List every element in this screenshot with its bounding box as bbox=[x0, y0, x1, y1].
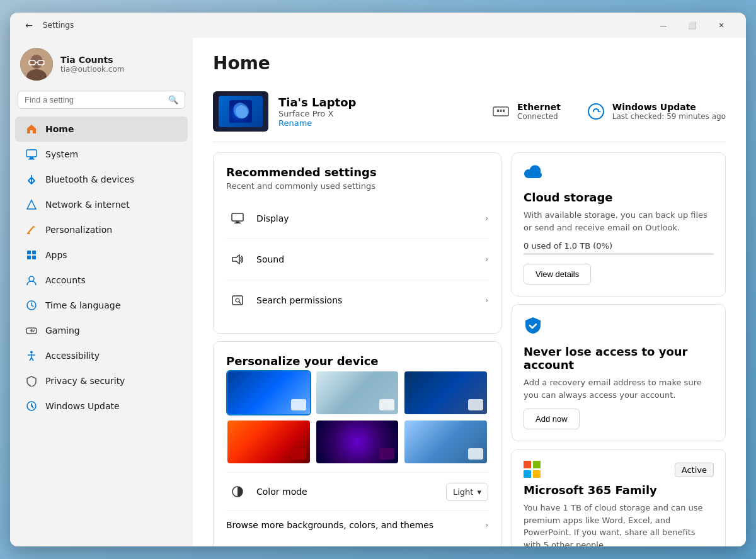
search-input[interactable] bbox=[25, 95, 163, 104]
ms-logo-blue bbox=[524, 470, 531, 478]
sidebar-item-update[interactable]: Windows Update bbox=[15, 393, 188, 419]
ms365-badge: Active bbox=[675, 463, 714, 477]
svg-marker-40 bbox=[232, 255, 239, 264]
browse-themes-label: Browse more backgrounds, colors, and the… bbox=[226, 520, 485, 530]
close-button[interactable]: ✕ bbox=[707, 15, 736, 35]
search-permissions-label: Search permissions bbox=[256, 295, 485, 305]
wallpaper-thumb-4[interactable] bbox=[226, 419, 311, 465]
sidebar-item-apps[interactable]: Apps bbox=[15, 242, 188, 268]
wallpaper-thumb-2[interactable] bbox=[315, 370, 400, 415]
svg-rect-35 bbox=[503, 110, 505, 112]
sidebar-item-home[interactable]: Home bbox=[15, 116, 188, 142]
ms-logo-green bbox=[533, 461, 541, 468]
sound-label: Sound bbox=[256, 254, 485, 264]
update-sub: Last checked: 59 minutes ago bbox=[612, 112, 726, 121]
sidebar-item-system[interactable]: System bbox=[15, 142, 188, 167]
ms-logo-red bbox=[524, 461, 531, 468]
accessibility-icon bbox=[25, 349, 38, 362]
svg-rect-33 bbox=[497, 110, 499, 112]
cloud-storage-card: Cloud storage With available storage, yo… bbox=[512, 152, 726, 296]
update-status: Windows Update Last checked: 59 minutes … bbox=[586, 101, 726, 121]
device-rename-link[interactable]: Rename bbox=[278, 118, 481, 128]
svg-line-19 bbox=[32, 305, 33, 307]
account-security-card: Never lose access to your account Add a … bbox=[512, 304, 726, 441]
sidebar-item-privacy[interactable]: Privacy & security bbox=[15, 368, 188, 393]
wallpaper-grid bbox=[226, 370, 488, 465]
svg-rect-12 bbox=[27, 251, 31, 254]
ethernet-sub: Connected bbox=[517, 112, 561, 121]
display-chevron: › bbox=[485, 214, 488, 223]
ethernet-status: Ethernet Connected bbox=[491, 101, 561, 121]
browse-themes-row[interactable]: Browse more backgrounds, colors, and the… bbox=[226, 511, 488, 539]
sidebar-item-accounts[interactable]: Accounts bbox=[15, 268, 188, 293]
personalization-icon bbox=[25, 223, 38, 236]
maximize-button[interactable]: ⬜ bbox=[678, 15, 707, 35]
svg-point-36 bbox=[588, 104, 604, 119]
sidebar-item-network[interactable]: Network & internet bbox=[15, 192, 188, 217]
svg-rect-11 bbox=[27, 233, 30, 234]
thumb-mini-4 bbox=[291, 448, 306, 460]
sidebar-item-time[interactable]: Time & language bbox=[15, 293, 188, 318]
settings-window: ← Settings — ⬜ ✕ bbox=[10, 13, 746, 546]
main-columns: Recommended settings Recent and commonly… bbox=[193, 142, 746, 546]
color-mode-select[interactable]: Light ▾ bbox=[446, 483, 488, 501]
sound-icon bbox=[226, 248, 249, 271]
windows-update-icon bbox=[586, 101, 606, 121]
svg-rect-6 bbox=[26, 150, 37, 157]
wallpaper-thumb-6[interactable] bbox=[403, 419, 488, 465]
search-box[interactable]: 🔍 bbox=[18, 91, 185, 109]
ms365-title: Microsoft 365 Family bbox=[524, 483, 714, 497]
view-details-button[interactable]: View details bbox=[524, 264, 591, 285]
sidebar-item-accessibility-label: Accessibility bbox=[45, 351, 100, 361]
display-icon bbox=[226, 207, 249, 230]
sidebar-item-bluetooth-label: Bluetooth & devices bbox=[45, 174, 134, 184]
wallpaper-thumb-1[interactable] bbox=[226, 370, 311, 415]
user-section[interactable]: Tia Counts tia@outlook.com bbox=[10, 38, 193, 88]
search-icon: 🔍 bbox=[168, 95, 178, 104]
svg-rect-13 bbox=[32, 251, 36, 254]
ms365-logo bbox=[524, 461, 541, 478]
network-icon bbox=[25, 198, 38, 211]
sound-chevron: › bbox=[485, 255, 488, 264]
update-info: Windows Update Last checked: 59 minutes … bbox=[612, 102, 726, 121]
window-controls: — ⬜ ✕ bbox=[649, 15, 736, 35]
win11-wallpaper bbox=[229, 100, 252, 123]
ethernet-label: Ethernet bbox=[517, 102, 561, 112]
browse-chevron: › bbox=[485, 521, 488, 529]
cloud-icon bbox=[524, 164, 714, 184]
settings-item-display[interactable]: Display › bbox=[226, 198, 488, 239]
sidebar-item-network-label: Network & internet bbox=[45, 200, 130, 210]
color-mode-row: Color mode Light ▾ bbox=[226, 472, 488, 511]
settings-item-sound[interactable]: Sound › bbox=[226, 239, 488, 280]
svg-line-29 bbox=[32, 358, 33, 361]
personalize-card: Personalize your device bbox=[213, 341, 501, 546]
svg-line-10 bbox=[28, 227, 33, 234]
svg-rect-15 bbox=[32, 256, 36, 259]
thumb-mini-5 bbox=[379, 448, 394, 460]
sidebar-item-bluetooth[interactable]: Bluetooth & devices bbox=[15, 167, 188, 192]
sidebar-item-personalization[interactable]: Personalization bbox=[15, 217, 188, 242]
settings-item-search[interactable]: Search permissions › bbox=[226, 280, 488, 320]
cloud-storage-desc: With available storage, you can back up … bbox=[524, 209, 714, 234]
ms365-card: Active Microsoft 365 Family You have 1 T… bbox=[512, 449, 726, 546]
ethernet-info: Ethernet Connected bbox=[517, 102, 561, 121]
storage-usage-row: 0 used of 1.0 TB (0%) bbox=[524, 241, 714, 251]
wallpaper-thumb-5[interactable] bbox=[315, 419, 400, 465]
wallpaper-thumb-3[interactable] bbox=[403, 370, 488, 415]
device-status: Ethernet Connected Windows Update Last c… bbox=[491, 101, 726, 121]
minimize-button[interactable]: — bbox=[649, 15, 678, 35]
color-mode-label: Color mode bbox=[256, 487, 446, 497]
back-button[interactable]: ← bbox=[20, 16, 38, 34]
device-thumbnail-inner bbox=[219, 96, 263, 127]
add-now-button[interactable]: Add now bbox=[524, 409, 580, 429]
svg-rect-34 bbox=[500, 110, 502, 112]
main-area: Home bbox=[193, 38, 746, 546]
sidebar-item-gaming[interactable]: Gaming bbox=[15, 318, 188, 343]
account-security-title: Never lose access to your account bbox=[524, 345, 714, 371]
svg-point-1 bbox=[30, 55, 43, 69]
sidebar-item-accessibility[interactable]: Accessibility bbox=[15, 343, 188, 368]
ms365-header: Active bbox=[524, 461, 714, 478]
window-title: Settings bbox=[43, 21, 74, 30]
page-title: Home bbox=[213, 53, 726, 74]
thumb-mini-2 bbox=[379, 399, 394, 410]
